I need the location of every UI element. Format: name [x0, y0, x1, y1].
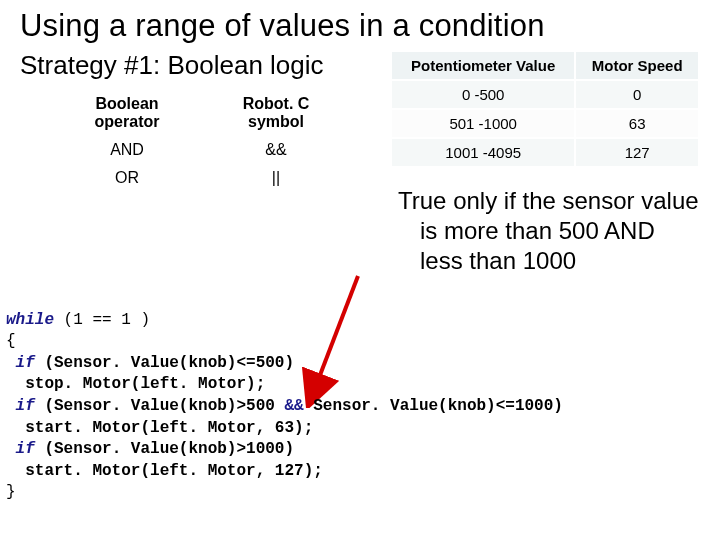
table-row: 501 -1000 63: [392, 110, 698, 137]
op-cell: OR: [52, 165, 202, 191]
left-column: Strategy #1: Boolean logic Boolean opera…: [20, 50, 350, 193]
range-table: Potentiometer Value Motor Speed 0 -500 0…: [390, 50, 700, 168]
slide-title: Using a range of values in a condition: [20, 8, 700, 44]
table-row: 0 -500 0: [392, 81, 698, 108]
top-row: Strategy #1: Boolean logic Boolean opera…: [20, 50, 700, 276]
code-text: start. Motor(left. Motor, 63);: [6, 419, 313, 437]
range-cell: 1001 -4095: [392, 139, 574, 166]
speed-cell: 127: [576, 139, 698, 166]
code-op-and: &&: [284, 397, 303, 415]
code-text: (Sensor. Value(knob)>1000): [35, 440, 294, 458]
speed-cell: 0: [576, 81, 698, 108]
code-block: while (1 == 1 ) { if (Sensor. Value(knob…: [6, 288, 563, 504]
op-cell: AND: [52, 137, 202, 163]
code-kw-if: if: [16, 440, 35, 458]
code-text: (Sensor. Value(knob)<=500): [35, 354, 294, 372]
code-text: }: [6, 483, 16, 501]
range-header-2: Motor Speed: [576, 52, 698, 79]
code-text: stop. Motor(left. Motor);: [6, 375, 265, 393]
table-row: 1001 -4095 127: [392, 139, 698, 166]
op-header-2: Robot. C symbol: [204, 91, 348, 135]
table-row: OR ||: [52, 165, 348, 191]
table-header-row: Potentiometer Value Motor Speed: [392, 52, 698, 79]
code-kw-if: if: [16, 397, 35, 415]
right-column: Potentiometer Value Motor Speed 0 -500 0…: [390, 50, 700, 276]
code-text: start. Motor(left. Motor, 127);: [6, 462, 323, 480]
sym-cell: ||: [204, 165, 348, 191]
code-text: Sensor. Value(knob)<=1000): [304, 397, 563, 415]
code-kw-if: if: [16, 354, 35, 372]
strategy-subtitle: Strategy #1: Boolean logic: [20, 50, 350, 81]
boolean-operator-table: Boolean operator Robot. C symbol AND && …: [50, 89, 350, 193]
explanation-text: True only if the sensor value is more th…: [412, 186, 700, 276]
code-kw-while: while: [6, 311, 54, 329]
speed-cell: 63: [576, 110, 698, 137]
code-text: (Sensor. Value(knob)>500: [35, 397, 285, 415]
code-text: (1 == 1 ): [54, 311, 150, 329]
table-row: AND &&: [52, 137, 348, 163]
table-header-row: Boolean operator Robot. C symbol: [52, 91, 348, 135]
range-cell: 0 -500: [392, 81, 574, 108]
op-header-1: Boolean operator: [52, 91, 202, 135]
sym-cell: &&: [204, 137, 348, 163]
range-header-1: Potentiometer Value: [392, 52, 574, 79]
range-cell: 501 -1000: [392, 110, 574, 137]
code-text: {: [6, 332, 16, 350]
